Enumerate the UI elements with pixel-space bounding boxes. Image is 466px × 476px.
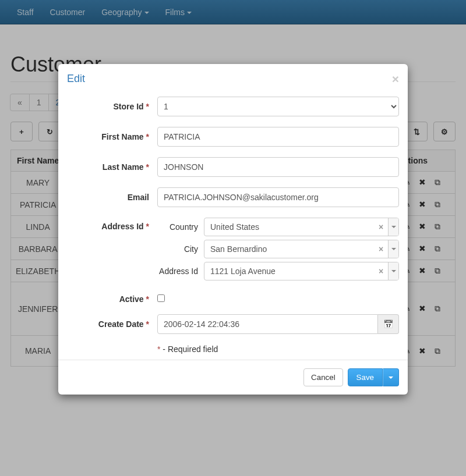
address-id-select[interactable]: 1121 Loja Avenue × <box>204 262 399 280</box>
label-active: Active * <box>67 294 157 304</box>
save-button[interactable]: Save <box>348 368 383 386</box>
calendar-button[interactable] <box>378 314 399 334</box>
cancel-button[interactable]: Cancel <box>303 368 343 386</box>
close-icon[interactable]: × <box>392 73 399 85</box>
city-value: San Bernardino <box>204 240 374 258</box>
last-name-field[interactable] <box>157 157 399 177</box>
label-first-name: First Name * <box>67 132 157 141</box>
save-button-group: Save <box>348 368 399 386</box>
country-select[interactable]: United States × <box>204 218 399 236</box>
modal-header: Edit × <box>58 64 408 85</box>
label-create-date: Create Date * <box>67 319 157 329</box>
label-email: Email <box>67 193 157 202</box>
save-dropdown-toggle[interactable] <box>383 368 399 386</box>
address-value: 1121 Loja Avenue <box>204 262 374 280</box>
clear-icon[interactable]: × <box>374 262 388 280</box>
label-last-name: Last Name * <box>67 162 157 172</box>
email-field[interactable] <box>157 187 399 207</box>
label-city: City <box>157 244 204 254</box>
create-date-field[interactable] <box>157 314 378 334</box>
active-checkbox[interactable] <box>157 294 165 302</box>
clear-icon[interactable]: × <box>374 218 388 236</box>
clear-icon[interactable]: × <box>374 240 388 258</box>
label-country: Country <box>157 222 204 232</box>
required-hint: * - Required field <box>157 344 399 354</box>
chevron-down-icon[interactable] <box>388 262 398 280</box>
modal-footer: Cancel Save <box>58 360 408 395</box>
first-name-field[interactable] <box>157 127 399 147</box>
chevron-down-icon[interactable] <box>388 218 398 236</box>
city-select[interactable]: San Bernardino × <box>204 240 399 258</box>
label-address-id: Address Id * <box>67 218 157 231</box>
country-value: United States <box>204 218 374 236</box>
store-id-select[interactable]: 1 <box>157 97 399 116</box>
modal-title: Edit <box>67 73 85 85</box>
chevron-down-icon[interactable] <box>388 240 398 258</box>
label-address-id-sub: Address Id <box>157 267 204 276</box>
edit-modal: Edit × Store Id * 1 First Name * Last Na… <box>58 64 408 395</box>
modal-body: Store Id * 1 First Name * Last Name * Em… <box>58 85 408 360</box>
calendar-icon <box>383 319 393 329</box>
label-store-id: Store Id * <box>67 102 157 111</box>
